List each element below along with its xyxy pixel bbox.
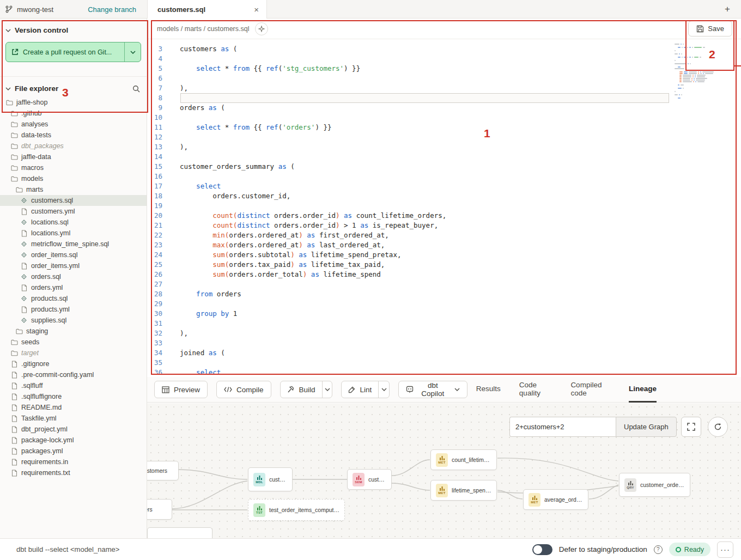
build-button[interactable]: Build — [281, 381, 322, 398]
chevron-down-icon[interactable] — [5, 87, 11, 90]
line-number: 15 — [147, 162, 166, 172]
chevron-down-icon[interactable] — [5, 29, 11, 32]
tree-item-README.md[interactable]: README.md — [0, 402, 147, 413]
lineage-node-average-order-value[interactable]: METaverage_order_value — [523, 489, 588, 510]
tab-results[interactable]: Results — [476, 377, 501, 403]
tree-item-label: dbt_packages — [21, 142, 64, 150]
tree-item-products.yml[interactable]: products.yml — [0, 304, 147, 315]
lineage-node-orders[interactable]: orders — [147, 499, 172, 520]
tab-close-icon[interactable]: × — [253, 5, 260, 14]
code-text — [166, 279, 180, 289]
tree-item-.sqlfluffignore[interactable]: .sqlfluffignore — [0, 391, 147, 402]
defer-toggle[interactable] — [532, 544, 552, 555]
save-button[interactable]: Save — [688, 21, 732, 36]
tree-item-.github[interactable]: .github — [0, 108, 147, 119]
lineage-node-test-order-items[interactable]: TSTtest_order_items_compute_to_bools... — [248, 499, 345, 521]
line-number: 25 — [147, 260, 166, 270]
lineage-panel[interactable]: tg_customersordersMDLcustomersSEMcustome… — [147, 403, 741, 538]
lineage-node-label: customers — [368, 476, 386, 483]
tree-item-metricflow_time_spine.sql[interactable]: metricflow_time_spine.sql — [0, 239, 147, 249]
build-dropdown[interactable] — [322, 381, 332, 398]
tree-item-customers.sql[interactable]: customers.sql — [0, 195, 147, 206]
file-explorer-header: File explorer — [15, 84, 129, 93]
tree-item-marts[interactable]: marts — [0, 184, 147, 195]
tree-item-requirements.txt[interactable]: requirements.txt — [0, 467, 147, 478]
tree-item-staging[interactable]: staging — [0, 326, 147, 337]
tree-item-customers.yml[interactable]: customers.yml — [0, 206, 147, 217]
tree-item-orders.sql[interactable]: orders.sql — [0, 271, 147, 282]
breadcrumb-action-button[interactable] — [255, 22, 268, 35]
tree-item-package-lock.yml[interactable]: package-lock.yml — [0, 435, 147, 446]
lint-dropdown[interactable] — [378, 381, 389, 398]
lineage-node-customer-order-metrics[interactable]: QRYcustomer_order_metrics — [619, 473, 690, 497]
change-branch-link[interactable]: Change branch — [88, 5, 136, 14]
lineage-node-lifetime-spend-pretax[interactable]: METlifetime_spend_pretax — [430, 480, 497, 501]
tree-item-dbt_packages[interactable]: dbt_packages — [0, 141, 147, 151]
tree-item-label: macros — [21, 164, 44, 172]
tree-item-.gitignore[interactable]: .gitignore — [0, 358, 147, 369]
dbt-copilot-button[interactable]: dbt Copilot — [398, 381, 467, 398]
tree-item-analyses[interactable]: analyses — [0, 119, 147, 130]
tree-item-.pre-commit-config.yaml[interactable]: .pre-commit-config.yaml — [0, 369, 147, 380]
editor-tab-customers-sql[interactable]: customers.sql × — [147, 0, 267, 19]
create-pr-button[interactable]: Create a pull request on Git... — [6, 42, 124, 62]
tree-item-locations.sql[interactable]: locations.sql — [0, 217, 147, 228]
model-icon — [21, 273, 27, 280]
refresh-button[interactable] — [708, 417, 728, 437]
folder-icon — [11, 132, 18, 138]
tree-item-jaffle-data[interactable]: jaffle-data — [0, 151, 147, 162]
code-text — [166, 152, 180, 162]
code-editor[interactable]: 3customers as (45 select * from {{ ref('… — [147, 39, 741, 377]
tree-item-.sqlfluff[interactable]: .sqlfluff — [0, 380, 147, 391]
lineage-node-customers-model[interactable]: MDLcustomers — [248, 467, 293, 491]
tree-item-order_items.sql[interactable]: order_items.sql — [0, 249, 147, 260]
tree-item-macros[interactable]: macros — [0, 162, 147, 173]
tree-item-dbt_project.yml[interactable]: dbt_project.yml — [0, 424, 147, 435]
tree-item-order_items.yml[interactable]: order_items.yml — [0, 260, 147, 271]
compile-button[interactable]: Compile — [216, 381, 271, 398]
tab-code-quality[interactable]: Code quality — [519, 377, 552, 403]
command-input[interactable]: dbt build --select <model_name> — [16, 545, 119, 553]
code-text: sum(orders.order_total) as lifetime_spen… — [166, 270, 381, 279]
tab-compiled-code[interactable]: Compiled code — [570, 377, 610, 403]
tree-item-supplies.sql[interactable]: supplies.sql — [0, 315, 147, 326]
tree-item-packages.yml[interactable]: packages.yml — [0, 446, 147, 456]
tree-item-data-tests[interactable]: data-tests — [0, 130, 147, 141]
tree-item-target[interactable]: target — [0, 348, 147, 358]
create-pr-dropdown[interactable] — [124, 42, 141, 62]
code-text: orders.customer_id, — [166, 191, 290, 201]
code-text — [166, 201, 180, 211]
help-icon[interactable]: ? — [654, 545, 663, 554]
tree-item-label: .gitignore — [21, 360, 49, 368]
code-text: select — [166, 368, 221, 377]
lineage-node-customers-semantic[interactable]: SEMcustomers — [347, 469, 392, 490]
lineage-search-input[interactable] — [509, 417, 616, 437]
more-options-button[interactable]: ··· — [717, 541, 733, 558]
tree-item-Taskfile.yml[interactable]: Taskfile.yml — [0, 413, 147, 424]
editor-action-bar: Preview Compile Build Lint dbt Copilot R… — [147, 377, 741, 403]
tree-item-models[interactable]: models — [0, 173, 147, 184]
minimap[interactable] — [673, 44, 721, 99]
lineage-node-count-lifetime-orders[interactable]: METcount_lifetime_orders — [430, 449, 497, 470]
line-number: 12 — [147, 132, 166, 142]
tree-item-products.sql[interactable]: products.sql — [0, 293, 147, 304]
tree-item-jaffle-shop[interactable]: jaffle-shop — [0, 97, 147, 108]
breadcrumb-row: models / marts / customers.sql Save — [147, 19, 741, 39]
tree-item-seeds[interactable]: seeds — [0, 337, 147, 348]
fullscreen-button[interactable] — [681, 417, 701, 437]
tree-item-locations.yml[interactable]: locations.yml — [0, 228, 147, 239]
tree-item-label: dbt_project.yml — [21, 425, 68, 433]
lint-button[interactable]: Lint — [342, 381, 378, 398]
lineage-node-partial-node[interactable] — [147, 527, 212, 538]
search-icon[interactable] — [132, 85, 140, 93]
lineage-node-stg-customers[interactable]: tg_customers — [147, 461, 179, 480]
preview-button[interactable]: Preview — [154, 381, 208, 398]
update-graph-button[interactable]: Update Graph — [616, 417, 677, 437]
new-tab-button[interactable]: + — [721, 3, 733, 15]
tree-item-requirements.in[interactable]: requirements.in — [0, 456, 147, 467]
line-number: 27 — [147, 279, 166, 289]
tree-item-orders.yml[interactable]: orders.yml — [0, 282, 147, 293]
tab-lineage[interactable]: Lineage — [629, 377, 657, 403]
code-line-14: 14 — [147, 152, 741, 162]
current-branch[interactable]: mwong-test — [17, 5, 53, 14]
